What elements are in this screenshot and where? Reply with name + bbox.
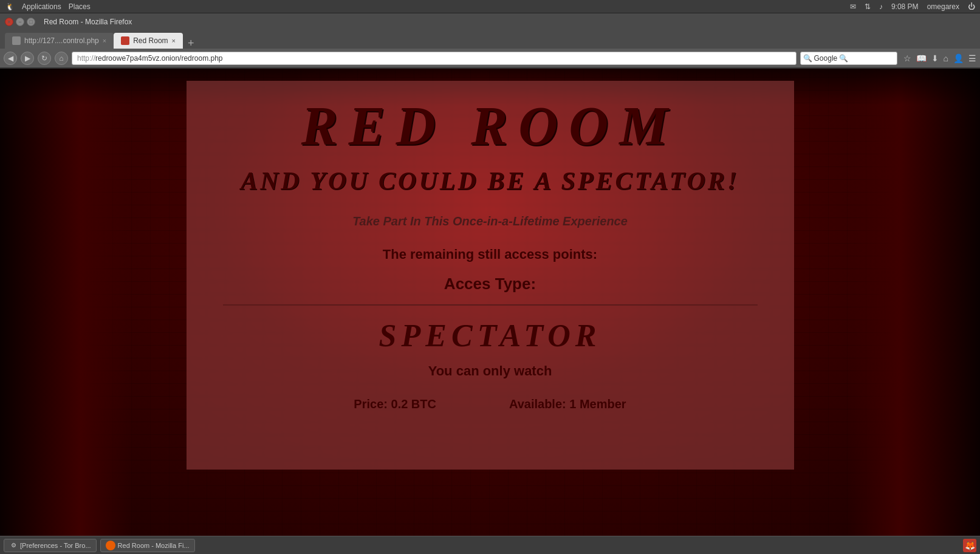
browser-title-bar: × − □ Red Room - Mozilla Firefox — [0, 13, 980, 30]
url-text: redroowe7pa4m5vz.onion/redroom.php — [95, 54, 222, 63]
system-clock: 9:08 PM — [891, 2, 919, 11]
system-icon-volume: ♪ — [879, 2, 883, 11]
address-bar: ◀ ▶ ↻ ⌂ http://redroowe7pa4m5vz.onion/re… — [0, 49, 980, 68]
page-content: RED ROOM AND YOU COULD BE A SPECTATOR! T… — [0, 69, 980, 536]
taskbar-item-preferences[interactable]: ⚙ [Preferences - Tor Bro... — [4, 539, 97, 552]
refresh-button[interactable]: ↻ — [38, 52, 51, 65]
search-magnify-icon: 🔍 — [839, 54, 848, 63]
url-prefix: http:// — [77, 54, 95, 63]
taskbar-item-firefox-label: Red Room - Mozilla Fi... — [118, 542, 190, 549]
wall-left — [0, 69, 134, 536]
browser-title-text: Red Room - Mozilla Firefox — [44, 18, 132, 26]
divider — [223, 304, 758, 306]
download-icon[interactable]: ⬇ — [931, 53, 939, 63]
browser-chrome: × − □ Red Room - Mozilla Firefox http://… — [0, 13, 980, 69]
firefox-icon — [106, 541, 115, 550]
search-placeholder: Google — [814, 54, 838, 63]
browser-tabs: http://127....control.php × Red Room × + — [0, 30, 980, 49]
url-bar[interactable]: http://redroowe7pa4m5vz.onion/redroom.ph… — [72, 52, 797, 65]
tab2-label: Red Room — [133, 36, 168, 45]
taskbar-item-preferences-label: [Preferences - Tor Bro... — [20, 542, 91, 549]
system-user: omegarex — [927, 2, 959, 11]
pricing-row: Price: 0.2 BTC Available: 1 Member — [354, 397, 626, 411]
browser-tab-2[interactable]: Red Room × — [114, 33, 183, 49]
system-icon-mail: ✉ — [850, 2, 856, 11]
os-taskbar-left: 🐧 Applications Places — [5, 2, 91, 12]
tab1-favicon — [12, 36, 21, 45]
search-engine-icon: 🔍 — [803, 54, 812, 63]
taskbar-item-firefox[interactable]: Red Room - Mozilla Fi... — [100, 539, 195, 552]
watch-text: You can only watch — [428, 363, 552, 379]
system-icon-power: ⏻ — [968, 2, 975, 11]
toolbar-icons: ☆ 📖 ⬇ ⌂ 👤 ☰ — [903, 53, 976, 63]
profile-icon[interactable]: 👤 — [953, 53, 964, 63]
search-bar[interactable]: 🔍 Google 🔍 — [800, 52, 897, 65]
taskbar-firefox-logo: 🦊 — [963, 539, 976, 552]
wall-right — [846, 69, 980, 536]
spectator-label: SPECTATOR — [379, 318, 601, 354]
home-button[interactable]: ⌂ — [55, 52, 68, 65]
os-taskbar-top: 🐧 Applications Places ✉ ⇅ ♪ 9:08 PM omeg… — [0, 0, 980, 13]
window-controls[interactable]: × − □ — [5, 18, 35, 26]
system-icon-transfer: ⇅ — [865, 2, 871, 11]
tab2-favicon — [121, 36, 129, 45]
maximize-window-button[interactable]: □ — [27, 18, 35, 26]
tab1-label: http://127....control.php — [24, 36, 99, 45]
os-logo-icon: 🐧 — [5, 2, 15, 12]
os-taskbar-right: ✉ ⇅ ♪ 9:08 PM omegarex ⏻ — [850, 2, 975, 11]
browser-tab-1[interactable]: http://127....control.php × — [5, 33, 114, 49]
new-tab-button[interactable]: + — [184, 38, 198, 49]
applications-menu[interactable]: Applications — [22, 2, 61, 11]
menu-icon[interactable]: ☰ — [968, 53, 976, 63]
forward-button[interactable]: ▶ — [21, 52, 34, 65]
places-menu[interactable]: Places — [69, 2, 91, 11]
home-toolbar-icon[interactable]: ⌂ — [944, 53, 948, 63]
price-label: Price: 0.2 BTC — [354, 397, 436, 411]
available-label: Available: 1 Member — [509, 397, 626, 411]
os-taskbar-bottom: ⚙ [Preferences - Tor Bro... Red Room - M… — [0, 536, 980, 554]
minimize-window-button[interactable]: − — [16, 18, 24, 26]
bookmark-star-icon[interactable]: ☆ — [903, 53, 911, 63]
access-points-label: The remaining still access points: — [383, 247, 597, 262]
content-card: RED ROOM AND YOU COULD BE A SPECTATOR! T… — [187, 81, 794, 470]
acces-type-label: Acces Type: — [444, 275, 536, 293]
close-window-button[interactable]: × — [5, 18, 13, 26]
tab1-close-button[interactable]: × — [103, 37, 106, 44]
tagline: Take Part In This Once-in-a-Lifetime Exp… — [352, 214, 628, 228]
main-title-container: RED ROOM — [301, 99, 679, 166]
subtitle: AND YOU COULD BE A SPECTATOR! — [241, 166, 739, 196]
main-title: RED ROOM — [301, 99, 679, 154]
preferences-icon: ⚙ — [9, 541, 18, 550]
back-button[interactable]: ◀ — [4, 52, 17, 65]
tab2-close-button[interactable]: × — [172, 37, 176, 44]
bookmark-icon[interactable]: 📖 — [916, 53, 927, 63]
